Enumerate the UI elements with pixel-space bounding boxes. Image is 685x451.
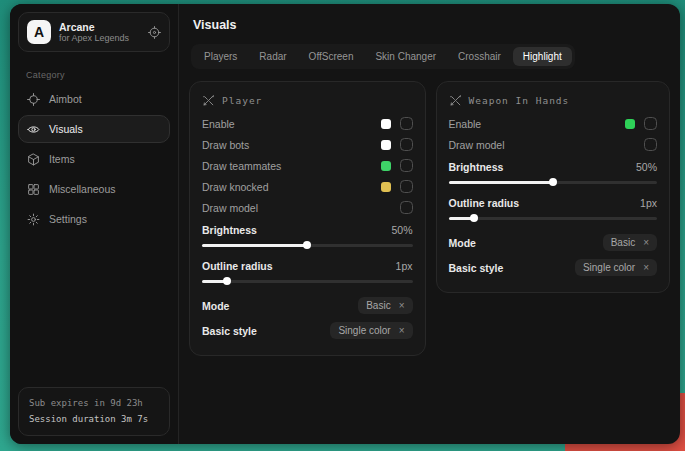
checkbox[interactable] — [400, 201, 413, 214]
toggle-row: Draw knocked — [202, 176, 413, 197]
app-header-card: A Arcane for Apex Legends — [18, 12, 170, 52]
slider[interactable] — [202, 276, 413, 286]
slider[interactable] — [449, 213, 658, 223]
sub-expires-text: Sub expires in 9d 23h — [29, 396, 159, 411]
selected-option-chip[interactable]: Single color× — [330, 322, 412, 339]
sidebar-item-label: Miscellaneous — [49, 183, 116, 195]
checkbox[interactable] — [400, 117, 413, 130]
slider-thumb[interactable] — [470, 214, 478, 222]
app-window: A Arcane for Apex Legends Category Aimbo… — [10, 4, 680, 444]
slider-track[interactable] — [449, 217, 658, 220]
app-meta: Arcane for Apex Legends — [59, 21, 140, 43]
app-name: Arcane — [59, 21, 140, 33]
color-swatch[interactable] — [381, 182, 391, 192]
checkbox[interactable] — [644, 138, 657, 151]
slider[interactable] — [202, 240, 413, 250]
chip-remove-icon[interactable]: × — [643, 263, 649, 273]
chip-setting-label: Mode — [202, 300, 229, 312]
cube-icon — [27, 153, 40, 166]
toggle-label: Draw model — [449, 139, 505, 151]
sidebar-item-settings[interactable]: Settings — [18, 205, 170, 233]
chip-label: Basic — [366, 300, 390, 311]
slider-track[interactable] — [202, 280, 413, 283]
slider-fill — [449, 181, 553, 184]
slider-label-row: Brightness50% — [202, 221, 413, 239]
gear-icon — [27, 213, 40, 226]
toggle-row: Enable — [202, 113, 413, 134]
tab-players[interactable]: Players — [194, 47, 247, 66]
checkbox[interactable] — [400, 138, 413, 151]
slider-value: 50% — [391, 224, 412, 236]
toggle-label: Draw model — [202, 202, 258, 214]
color-swatch[interactable] — [625, 119, 635, 129]
selected-option-chip[interactable]: Basic× — [603, 234, 657, 251]
checkbox[interactable] — [400, 180, 413, 193]
color-swatch[interactable] — [381, 161, 391, 171]
swords-icon — [449, 94, 462, 107]
category-label: Category — [26, 70, 178, 80]
panel-weapon-in-hands: Weapon In HandsEnableDraw modelBrightnes… — [436, 81, 671, 293]
chip-label: Single color — [338, 325, 390, 336]
chip-remove-icon[interactable]: × — [643, 238, 649, 248]
selected-option-chip[interactable]: Basic× — [358, 297, 412, 314]
chip-setting-row: Basic styleSingle color× — [449, 255, 658, 280]
chip-remove-icon[interactable]: × — [399, 301, 405, 311]
slider[interactable] — [449, 177, 658, 187]
panel-header: Player — [202, 94, 413, 107]
sidebar-item-aimbot[interactable]: Aimbot — [18, 85, 170, 113]
chip-setting-row: ModeBasic× — [202, 293, 413, 318]
checkbox[interactable] — [400, 159, 413, 172]
color-swatch[interactable] — [381, 140, 391, 150]
crosshair-icon — [27, 93, 40, 106]
toggle-label: Draw teammates — [202, 160, 281, 172]
toggle-controls — [625, 117, 657, 130]
toggle-controls — [644, 138, 657, 151]
tab-highlight[interactable]: Highlight — [513, 47, 572, 66]
app-logo: A — [27, 20, 51, 44]
slider-label-row: Outline radius1px — [202, 257, 413, 275]
slider-thumb[interactable] — [549, 178, 557, 186]
slider-thumb[interactable] — [303, 241, 311, 249]
sidebar-item-label: Aimbot — [49, 93, 82, 105]
slider-label-row: Brightness50% — [449, 158, 658, 176]
tab-offscreen[interactable]: OffScreen — [299, 47, 364, 66]
slider-setting: Brightness50% — [449, 158, 658, 187]
sidebar-item-label: Items — [49, 153, 75, 165]
chip-setting-row: ModeBasic× — [449, 230, 658, 255]
slider-label-row: Outline radius1px — [449, 194, 658, 212]
toggle-controls — [381, 159, 413, 172]
slider-label: Outline radius — [449, 197, 520, 209]
toggle-label: Enable — [449, 118, 482, 130]
slider-setting: Outline radius1px — [449, 194, 658, 223]
toggle-row: Draw model — [449, 134, 658, 155]
slider-label: Brightness — [202, 224, 257, 236]
app-subtitle: for Apex Legends — [59, 33, 140, 43]
tab-skin-changer[interactable]: Skin Changer — [365, 47, 446, 66]
subscription-info-card: Sub expires in 9d 23h Session duration 3… — [18, 387, 170, 436]
selected-option-chip[interactable]: Single color× — [575, 259, 657, 276]
slider-label: Outline radius — [202, 260, 273, 272]
chip-setting-label: Mode — [449, 237, 476, 249]
chip-remove-icon[interactable]: × — [399, 326, 405, 336]
tab-radar[interactable]: Radar — [249, 47, 296, 66]
grid-icon — [27, 183, 40, 196]
toggle-row: Enable — [449, 113, 658, 134]
toggle-row: Draw bots — [202, 134, 413, 155]
toggle-row: Draw model — [202, 197, 413, 218]
tab-crosshair[interactable]: Crosshair — [448, 47, 511, 66]
sidebar-item-items[interactable]: Items — [18, 145, 170, 173]
panel-header: Weapon In Hands — [449, 94, 658, 107]
sidebar-item-visuals[interactable]: Visuals — [18, 115, 170, 143]
slider-value: 50% — [636, 161, 657, 173]
sidebar-item-miscellaneous[interactable]: Miscellaneous — [18, 175, 170, 203]
toggle-label: Enable — [202, 118, 235, 130]
panel-title: Weapon In Hands — [469, 95, 570, 106]
slider-fill — [202, 244, 307, 247]
swords-icon — [202, 94, 215, 107]
slider-thumb[interactable] — [223, 277, 231, 285]
eye-icon — [27, 123, 40, 136]
color-swatch[interactable] — [381, 119, 391, 129]
target-icon[interactable] — [148, 26, 161, 39]
slider-value: 1px — [396, 260, 413, 272]
checkbox[interactable] — [644, 117, 657, 130]
